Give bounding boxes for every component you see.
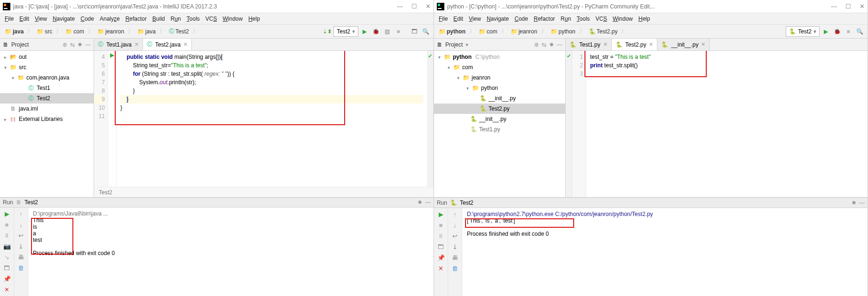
run-button[interactable]: ▶ — [359, 26, 370, 37]
stop-button[interactable]: ■ — [843, 26, 853, 37]
menu-help[interactable]: Help — [637, 15, 652, 23]
exit-button[interactable]: ↘ — [4, 254, 9, 261]
tree-test1-cut[interactable]: 🐍Test1.py — [434, 124, 565, 135]
hide-icon[interactable]: — — [557, 41, 562, 48]
clear-button[interactable]: 🗑 — [18, 264, 24, 272]
editor-breadcrumb[interactable]: Test2 — [94, 187, 434, 197]
gear-icon[interactable]: ✸ — [549, 41, 554, 48]
search-button[interactable]: 🔍 — [420, 26, 431, 37]
soft-wrap-button[interactable]: ↩ — [18, 232, 24, 239]
menu-help[interactable]: Help — [246, 15, 262, 23]
minimize-button[interactable]: — — [397, 3, 403, 10]
run-config-combo[interactable]: Test2▾ — [333, 26, 358, 37]
down-button[interactable]: ↓ — [19, 221, 23, 228]
menu-view[interactable]: View — [33, 15, 49, 23]
console[interactable]: D:\programs\python2.7\python.exe C:/pyth… — [462, 208, 868, 296]
code-area[interactable]: ✔ 123 test_str = "This is a test" print … — [566, 51, 868, 197]
project-tree[interactable]: ▾📁pythonC:\python ▾📁com ▾📁jeanron ▾📁pyth… — [434, 51, 565, 197]
maximize-button[interactable]: ☐ — [845, 3, 851, 10]
code-area[interactable]: 4567891011 ▶ public static void main(Str… — [94, 51, 434, 187]
chevron-down-icon[interactable]: ▾ — [466, 41, 468, 48]
menu-navigate[interactable]: Navigate — [485, 15, 511, 23]
menu-code[interactable]: Code — [79, 15, 96, 23]
close-button[interactable]: ✕ — [4, 286, 9, 293]
gear-icon[interactable]: ✸ — [418, 199, 422, 206]
close-icon[interactable]: ✕ — [183, 41, 188, 48]
pin-button[interactable]: 📌 — [437, 254, 445, 261]
rerun-button[interactable]: ▶ — [439, 211, 443, 218]
gear-icon[interactable]: ✸ — [78, 41, 82, 48]
tree-init2[interactable]: 🐍__init__.py — [434, 114, 565, 124]
crumb-jeanron[interactable]: 📁jeanron — [95, 27, 126, 36]
expand-icon[interactable]: ⊕ — [63, 41, 67, 48]
down-button[interactable]: ↓ — [453, 222, 457, 229]
stop-button[interactable]: ■ — [439, 222, 443, 229]
menu-analyze[interactable]: Analyze — [98, 15, 122, 23]
up-button[interactable]: ↑ — [19, 210, 23, 217]
console[interactable]: D:\programs\Java8\bin\java ... This is a… — [28, 208, 434, 296]
hide-icon[interactable]: — — [425, 199, 431, 206]
menu-window[interactable]: Window — [221, 15, 245, 23]
close-button[interactable]: ✕ — [860, 3, 865, 10]
debug-button[interactable]: 🐞 — [371, 26, 381, 37]
crumb-src[interactable]: 📁src — [35, 27, 54, 36]
tab-init-py[interactable]: 🐍__init__.py✕ — [657, 39, 710, 50]
tab-test1-py[interactable]: 🐍Test1.py✕ — [566, 39, 612, 50]
debug-button[interactable]: 🐞 — [832, 26, 842, 37]
menu-edit[interactable]: Edit — [17, 15, 31, 23]
menu-refactor[interactable]: Refactor — [532, 15, 557, 23]
close-icon[interactable]: ✕ — [649, 41, 653, 48]
menu-view[interactable]: View — [467, 15, 483, 23]
tree-out[interactable]: ▸📂out — [0, 52, 94, 62]
dump-button[interactable]: 📷 — [3, 243, 11, 250]
menu-tools[interactable]: Tools — [575, 15, 592, 23]
run-tab-name[interactable]: Test2 — [460, 200, 473, 206]
crumb-com[interactable]: 📁com — [477, 27, 499, 36]
menu-refactor[interactable]: Refactor — [124, 15, 149, 23]
tab-test2-py[interactable]: 🐍Test2.py✕ — [612, 39, 658, 50]
menu-vcs[interactable]: VCS — [204, 15, 219, 23]
scroll-button[interactable]: ⤓ — [452, 243, 458, 250]
close-icon[interactable]: ✕ — [134, 41, 139, 48]
menu-file[interactable]: File — [437, 15, 450, 23]
pause-button[interactable]: ⏸ — [438, 232, 444, 240]
tree-test1[interactable]: ⒸTest1 — [0, 83, 94, 93]
project-structure-button[interactable]: 🗔 — [409, 26, 419, 37]
collapse-icon[interactable]: ⇆ — [542, 41, 546, 48]
code-text[interactable]: test_str = "This is a test" print test_s… — [586, 51, 868, 197]
run-tab-name[interactable]: Test2 — [24, 199, 38, 206]
menu-vcs[interactable]: VCS — [593, 15, 609, 23]
close-button[interactable]: ✕ — [438, 265, 443, 272]
project-label[interactable]: Project — [11, 41, 29, 48]
tree-com[interactable]: ▾📁com — [434, 62, 565, 72]
crumb-java-pkg[interactable]: 📁java — [135, 27, 158, 36]
tree-pkg[interactable]: ▾📁com.jeanron.java — [0, 72, 94, 83]
print-button[interactable]: 🖶 — [452, 254, 458, 261]
close-icon[interactable]: ✕ — [701, 41, 705, 48]
menu-run[interactable]: Run — [169, 15, 183, 23]
make-button[interactable]: ⇣⬍ — [322, 26, 332, 37]
rerun-button[interactable]: ▶ — [5, 210, 9, 217]
expand-icon[interactable]: ⊕ — [534, 41, 539, 48]
crumb-java-root[interactable]: 📁java — [3, 27, 25, 36]
coverage-button[interactable]: ▨ — [382, 26, 392, 37]
crumb-python-root[interactable]: 📁python — [437, 27, 467, 36]
tree-src[interactable]: ▾📁src — [0, 62, 94, 72]
tree-iml[interactable]: 🗎java.iml — [0, 104, 94, 114]
clear-button[interactable]: 🗑 — [452, 265, 458, 272]
close-icon[interactable]: ✕ — [603, 41, 608, 48]
crumb-test2-py[interactable]: 🐍Test2.py — [587, 27, 620, 36]
menu-edit[interactable]: Edit — [451, 15, 465, 23]
hide-icon[interactable]: — — [85, 41, 91, 48]
menu-window[interactable]: Window — [611, 15, 635, 23]
gear-icon[interactable]: ✸ — [852, 200, 856, 206]
menu-run[interactable]: Run — [559, 15, 573, 23]
project-label[interactable]: Project — [445, 41, 463, 48]
layout-button[interactable]: 🗔 — [438, 243, 444, 250]
crumb-test2[interactable]: ⒸTest2 — [167, 26, 191, 36]
tree-external-libs[interactable]: ▸⫿⫿External Libraries — [0, 114, 94, 124]
stop-button[interactable]: ■ — [393, 26, 403, 37]
scroll-button[interactable]: ⤓ — [18, 243, 24, 250]
menu-build[interactable]: Build — [150, 15, 167, 23]
maximize-button[interactable]: ☐ — [411, 3, 417, 10]
